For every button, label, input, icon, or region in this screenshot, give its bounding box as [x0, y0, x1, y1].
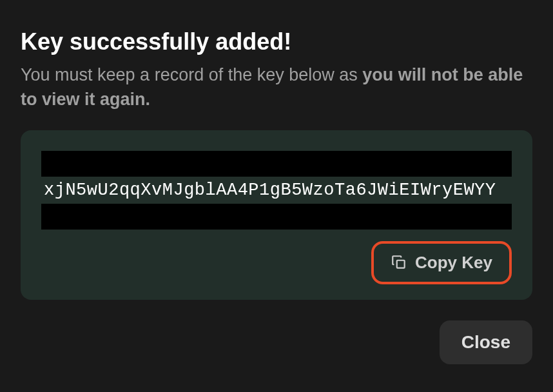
close-button-wrapper: Close — [21, 320, 532, 364]
dialog-subtitle: You must keep a record of the key below … — [21, 63, 532, 112]
copy-key-button[interactable]: Copy Key — [371, 241, 512, 284]
copy-icon — [391, 254, 407, 271]
dialog-title: Key successfully added! — [21, 28, 532, 55]
copy-key-label: Copy Key — [415, 253, 492, 273]
redacted-bar-bottom — [41, 204, 512, 230]
redacted-bar-top — [41, 151, 512, 177]
api-key-text[interactable]: xjN5wU2qqXvMJgblAA4P1gB5WzoTa6JWiEIWryEW… — [41, 177, 512, 204]
subtitle-prefix: You must keep a record of the key below … — [21, 65, 362, 84]
copy-button-wrapper: Copy Key — [41, 241, 512, 284]
key-block: xjN5wU2qqXvMJgblAA4P1gB5WzoTa6JWiEIWryEW… — [41, 151, 512, 230]
close-button[interactable]: Close — [440, 320, 532, 364]
svg-rect-0 — [397, 260, 405, 268]
key-container: xjN5wU2qqXvMJgblAA4P1gB5WzoTa6JWiEIWryEW… — [21, 130, 532, 300]
